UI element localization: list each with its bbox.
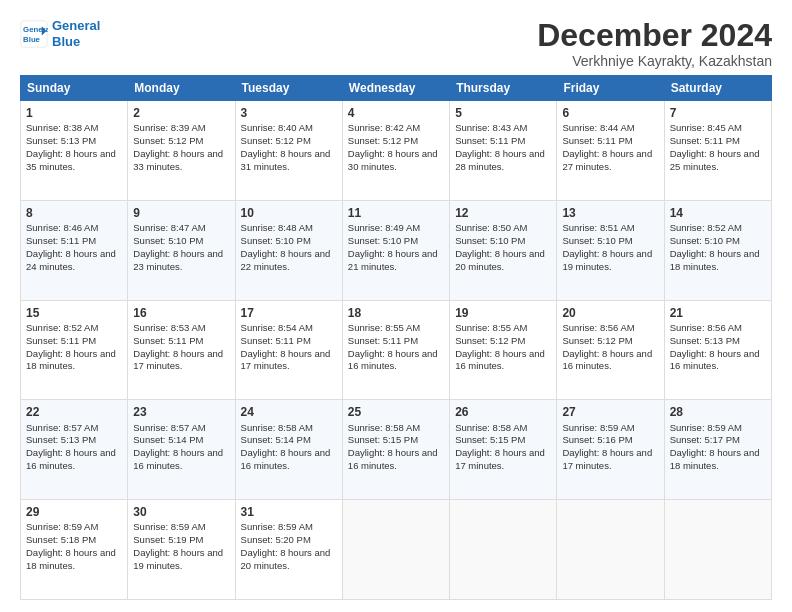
header-row: Sunday Monday Tuesday Wednesday Thursday… — [21, 76, 772, 101]
sunset-label: Sunset: 5:13 PM — [26, 135, 96, 146]
sunrise-label: Sunrise: 8:55 AM — [348, 322, 420, 333]
sunrise-label: Sunrise: 8:44 AM — [562, 122, 634, 133]
sunrise-label: Sunrise: 8:58 AM — [241, 422, 313, 433]
sunset-label: Sunset: 5:20 PM — [241, 534, 311, 545]
daylight-label: Daylight: 8 hours and 16 minutes. — [133, 447, 223, 471]
table-row: 1Sunrise: 8:38 AMSunset: 5:13 PMDaylight… — [21, 101, 128, 201]
sunset-label: Sunset: 5:11 PM — [133, 335, 203, 346]
table-row: 13Sunrise: 8:51 AMSunset: 5:10 PMDayligh… — [557, 200, 664, 300]
daylight-label: Daylight: 8 hours and 25 minutes. — [670, 148, 760, 172]
table-row: 11Sunrise: 8:49 AMSunset: 5:10 PMDayligh… — [342, 200, 449, 300]
sunrise-label: Sunrise: 8:42 AM — [348, 122, 420, 133]
col-monday: Monday — [128, 76, 235, 101]
table-row: 29Sunrise: 8:59 AMSunset: 5:18 PMDayligh… — [21, 500, 128, 600]
sunrise-label: Sunrise: 8:46 AM — [26, 222, 98, 233]
daylight-label: Daylight: 8 hours and 30 minutes. — [348, 148, 438, 172]
day-number: 26 — [455, 404, 551, 420]
sunrise-label: Sunrise: 8:56 AM — [562, 322, 634, 333]
sunset-label: Sunset: 5:17 PM — [670, 434, 740, 445]
table-row: 17Sunrise: 8:54 AMSunset: 5:11 PMDayligh… — [235, 300, 342, 400]
sunset-label: Sunset: 5:12 PM — [562, 335, 632, 346]
daylight-label: Daylight: 8 hours and 23 minutes. — [133, 248, 223, 272]
sunset-label: Sunset: 5:11 PM — [348, 335, 418, 346]
daylight-label: Daylight: 8 hours and 16 minutes. — [670, 348, 760, 372]
day-number: 22 — [26, 404, 122, 420]
sunset-label: Sunset: 5:10 PM — [670, 235, 740, 246]
sunrise-label: Sunrise: 8:58 AM — [348, 422, 420, 433]
day-number: 3 — [241, 105, 337, 121]
sunset-label: Sunset: 5:10 PM — [348, 235, 418, 246]
sunrise-label: Sunrise: 8:53 AM — [133, 322, 205, 333]
day-number: 20 — [562, 305, 658, 321]
day-number: 6 — [562, 105, 658, 121]
sunset-label: Sunset: 5:18 PM — [26, 534, 96, 545]
day-number: 25 — [348, 404, 444, 420]
daylight-label: Daylight: 8 hours and 31 minutes. — [241, 148, 331, 172]
sunset-label: Sunset: 5:13 PM — [670, 335, 740, 346]
day-number: 8 — [26, 205, 122, 221]
week-row-2: 8Sunrise: 8:46 AMSunset: 5:11 PMDaylight… — [21, 200, 772, 300]
day-number: 30 — [133, 504, 229, 520]
table-row: 4Sunrise: 8:42 AMSunset: 5:12 PMDaylight… — [342, 101, 449, 201]
sunset-label: Sunset: 5:11 PM — [26, 235, 96, 246]
day-number: 1 — [26, 105, 122, 121]
daylight-label: Daylight: 8 hours and 19 minutes. — [562, 248, 652, 272]
sunrise-label: Sunrise: 8:40 AM — [241, 122, 313, 133]
sunrise-label: Sunrise: 8:39 AM — [133, 122, 205, 133]
sunset-label: Sunset: 5:15 PM — [348, 434, 418, 445]
daylight-label: Daylight: 8 hours and 16 minutes. — [241, 447, 331, 471]
daylight-label: Daylight: 8 hours and 17 minutes. — [455, 447, 545, 471]
col-thursday: Thursday — [450, 76, 557, 101]
day-number: 15 — [26, 305, 122, 321]
table-row — [557, 500, 664, 600]
col-wednesday: Wednesday — [342, 76, 449, 101]
day-number: 2 — [133, 105, 229, 121]
sunset-label: Sunset: 5:14 PM — [133, 434, 203, 445]
table-row: 6Sunrise: 8:44 AMSunset: 5:11 PMDaylight… — [557, 101, 664, 201]
daylight-label: Daylight: 8 hours and 35 minutes. — [26, 148, 116, 172]
table-row: 23Sunrise: 8:57 AMSunset: 5:14 PMDayligh… — [128, 400, 235, 500]
day-number: 17 — [241, 305, 337, 321]
sunrise-label: Sunrise: 8:59 AM — [133, 521, 205, 532]
week-row-5: 29Sunrise: 8:59 AMSunset: 5:18 PMDayligh… — [21, 500, 772, 600]
sunset-label: Sunset: 5:12 PM — [133, 135, 203, 146]
daylight-label: Daylight: 8 hours and 19 minutes. — [133, 547, 223, 571]
daylight-label: Daylight: 8 hours and 28 minutes. — [455, 148, 545, 172]
table-row: 20Sunrise: 8:56 AMSunset: 5:12 PMDayligh… — [557, 300, 664, 400]
sunset-label: Sunset: 5:10 PM — [241, 235, 311, 246]
table-row: 22Sunrise: 8:57 AMSunset: 5:13 PMDayligh… — [21, 400, 128, 500]
daylight-label: Daylight: 8 hours and 24 minutes. — [26, 248, 116, 272]
sunrise-label: Sunrise: 8:47 AM — [133, 222, 205, 233]
daylight-label: Daylight: 8 hours and 27 minutes. — [562, 148, 652, 172]
col-friday: Friday — [557, 76, 664, 101]
sunset-label: Sunset: 5:10 PM — [133, 235, 203, 246]
daylight-label: Daylight: 8 hours and 18 minutes. — [26, 348, 116, 372]
daylight-label: Daylight: 8 hours and 16 minutes. — [562, 348, 652, 372]
logo-icon: General Blue — [20, 20, 48, 48]
sunset-label: Sunset: 5:11 PM — [241, 335, 311, 346]
sunrise-label: Sunrise: 8:52 AM — [670, 222, 742, 233]
day-number: 14 — [670, 205, 766, 221]
sunset-label: Sunset: 5:14 PM — [241, 434, 311, 445]
table-row: 16Sunrise: 8:53 AMSunset: 5:11 PMDayligh… — [128, 300, 235, 400]
sunset-label: Sunset: 5:12 PM — [241, 135, 311, 146]
day-number: 31 — [241, 504, 337, 520]
daylight-label: Daylight: 8 hours and 16 minutes. — [455, 348, 545, 372]
day-number: 19 — [455, 305, 551, 321]
table-row: 28Sunrise: 8:59 AMSunset: 5:17 PMDayligh… — [664, 400, 771, 500]
sunset-label: Sunset: 5:16 PM — [562, 434, 632, 445]
daylight-label: Daylight: 8 hours and 22 minutes. — [241, 248, 331, 272]
sunset-label: Sunset: 5:11 PM — [26, 335, 96, 346]
table-row: 21Sunrise: 8:56 AMSunset: 5:13 PMDayligh… — [664, 300, 771, 400]
sunset-label: Sunset: 5:15 PM — [455, 434, 525, 445]
day-number: 9 — [133, 205, 229, 221]
table-row — [450, 500, 557, 600]
table-row: 27Sunrise: 8:59 AMSunset: 5:16 PMDayligh… — [557, 400, 664, 500]
daylight-label: Daylight: 8 hours and 17 minutes. — [133, 348, 223, 372]
sunrise-label: Sunrise: 8:57 AM — [26, 422, 98, 433]
daylight-label: Daylight: 8 hours and 20 minutes. — [241, 547, 331, 571]
table-row: 7Sunrise: 8:45 AMSunset: 5:11 PMDaylight… — [664, 101, 771, 201]
sunrise-label: Sunrise: 8:54 AM — [241, 322, 313, 333]
week-row-1: 1Sunrise: 8:38 AMSunset: 5:13 PMDaylight… — [21, 101, 772, 201]
daylight-label: Daylight: 8 hours and 17 minutes. — [241, 348, 331, 372]
